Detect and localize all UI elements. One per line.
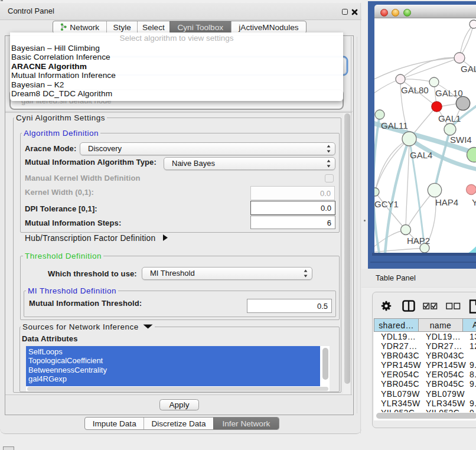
svg-text:GAL1: GAL1 [438, 113, 461, 123]
svg-text:HAP2: HAP2 [407, 236, 430, 246]
svg-text:Y: Y [472, 197, 476, 207]
svg-text:HAP4: HAP4 [435, 197, 458, 207]
svg-text:GAL7: GAL7 [461, 64, 476, 74]
svg-text:GCY1: GCY1 [374, 199, 399, 209]
svg-text:GAL11: GAL11 [381, 120, 408, 131]
svg-text:GAL80: GAL80 [401, 85, 429, 95]
svg-text:SWI4: SWI4 [450, 135, 472, 145]
svg-text:GAL10: GAL10 [435, 88, 463, 98]
svg-text:GAL4: GAL4 [410, 150, 432, 160]
